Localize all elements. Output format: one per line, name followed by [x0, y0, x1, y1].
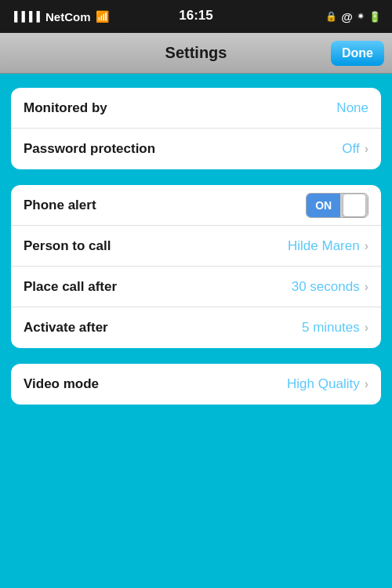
toggle-on-label: ON: [307, 194, 340, 217]
monitored-by-row[interactable]: Monitored by None: [11, 88, 381, 129]
status-right: 🔒 @ ✴ 🔋: [325, 10, 381, 24]
wifi-icon: 📶: [96, 10, 109, 23]
person-to-call-chevron: ›: [365, 239, 368, 253]
battery-icon: 🔋: [368, 11, 381, 23]
place-call-after-current: 30 seconds: [292, 279, 360, 295]
person-to-call-value: Hilde Maren ›: [288, 238, 368, 254]
monitored-by-value: None: [336, 100, 368, 116]
status-bar: ▐▐▐▐ NetCom 📶 16:15 🔒 @ ✴ 🔋: [0, 0, 392, 33]
person-to-call-label: Person to call: [24, 238, 111, 254]
activate-after-chevron: ›: [365, 321, 368, 335]
password-protection-row[interactable]: Password protection Off ›: [11, 129, 381, 169]
settings-group-1: Monitored by None Password protection Of…: [11, 88, 381, 169]
page-title: Settings: [165, 44, 227, 62]
place-call-after-value: 30 seconds ›: [292, 279, 368, 295]
at-icon: @: [341, 10, 353, 24]
nav-bar: Settings Done: [0, 33, 392, 74]
done-button[interactable]: Done: [331, 41, 384, 66]
activate-after-value: 5 minutes ›: [302, 320, 368, 336]
toggle-thumb: [343, 194, 365, 216]
video-mode-label: Video mode: [24, 376, 99, 392]
signal-icon: ▐▐▐▐: [11, 11, 41, 22]
place-call-after-chevron: ›: [365, 280, 368, 294]
place-call-after-label: Place call after: [24, 279, 117, 295]
monitored-by-label: Monitored by: [24, 100, 107, 116]
password-protection-current: Off: [342, 141, 359, 157]
password-protection-value: Off ›: [342, 141, 368, 157]
phone-alert-toggle[interactable]: ON: [306, 193, 368, 218]
phone-alert-row[interactable]: Phone alert ON: [11, 185, 381, 226]
password-protection-label: Password protection: [24, 141, 155, 157]
place-call-after-row[interactable]: Place call after 30 seconds ›: [11, 267, 381, 307]
settings-group-3: Video mode High Quality ›: [11, 364, 381, 405]
person-to-call-row[interactable]: Person to call Hilde Maren ›: [11, 226, 381, 267]
settings-group-2: Phone alert ON Person to call Hilde Mare…: [11, 185, 381, 348]
activate-after-row[interactable]: Activate after 5 minutes ›: [11, 307, 381, 348]
video-mode-row[interactable]: Video mode High Quality ›: [11, 364, 381, 405]
carrier-label: NetCom: [45, 10, 91, 24]
video-mode-current: High Quality: [287, 376, 360, 392]
toggle-off-area: [340, 194, 368, 217]
monitored-by-current: None: [336, 100, 368, 116]
content: Monitored by None Password protection Of…: [0, 74, 392, 419]
activate-after-label: Activate after: [24, 320, 108, 336]
video-mode-chevron: ›: [365, 377, 368, 391]
clock: 16:15: [179, 8, 212, 24]
bluetooth-icon: ✴: [357, 11, 365, 22]
password-protection-chevron: ›: [365, 142, 368, 156]
lock-icon: 🔒: [325, 11, 337, 22]
status-left: ▐▐▐▐ NetCom 📶: [11, 10, 109, 24]
video-mode-value: High Quality ›: [287, 376, 368, 392]
activate-after-current: 5 minutes: [302, 320, 360, 336]
person-to-call-current: Hilde Maren: [288, 238, 360, 254]
phone-alert-label: Phone alert: [24, 198, 96, 213]
